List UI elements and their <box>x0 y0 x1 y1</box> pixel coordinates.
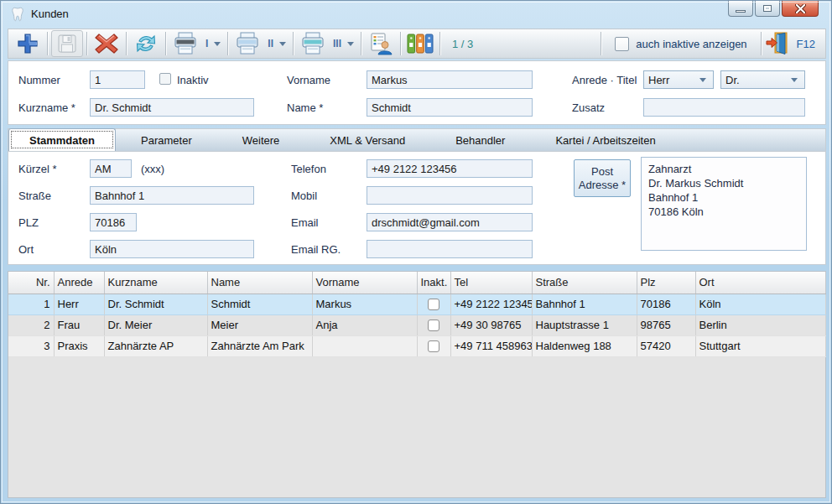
add-record-button[interactable] <box>12 30 44 57</box>
grid-cell-kurzname[interactable]: Zahnärzte AP <box>104 335 207 356</box>
grid-cell-nr[interactable]: 2 <box>8 314 54 335</box>
maximize-icon <box>763 5 772 12</box>
grid-cell-ort[interactable]: Berlin <box>695 314 825 335</box>
grid-cell-kurzname[interactable]: Dr. Schmidt <box>104 294 207 314</box>
tab-kartei-arbeitszeiten[interactable]: Kartei / Arbeitszeiten <box>530 129 680 151</box>
mobil-input[interactable] <box>367 186 533 205</box>
grid-cell-tel[interactable]: +49 2122 12345 <box>450 294 532 314</box>
print-1-dropdown-icon[interactable] <box>214 42 221 46</box>
titel-value: Dr. <box>725 74 740 86</box>
grid-cell-strasse[interactable]: Haldenweg 188 <box>532 335 637 356</box>
grid-column-header[interactable]: Kurzname <box>104 272 207 294</box>
row-inaktiv-checkbox[interactable] <box>428 320 439 331</box>
minimize-button[interactable] <box>728 1 753 17</box>
table-row[interactable]: 2FrauDr. MeierMeierAnja+49 30 98765Haupt… <box>8 314 825 335</box>
close-icon <box>795 4 806 13</box>
report-list-button[interactable] <box>365 30 397 57</box>
grid-column-header[interactable]: Inakt. <box>417 272 450 294</box>
kurzname-input[interactable] <box>90 98 254 117</box>
grid-cell-nr[interactable]: 1 <box>8 294 54 314</box>
print-3-dropdown-icon[interactable] <box>347 42 354 46</box>
grid-cell-plz[interactable]: 70186 <box>637 294 695 314</box>
grid-cell-plz[interactable]: 98765 <box>637 314 695 335</box>
grid-cell-strasse[interactable]: Hauptstrasse 1 <box>532 314 637 335</box>
anrede-select[interactable]: Herr <box>643 70 714 89</box>
tab-behandler[interactable]: Behandler <box>430 129 530 151</box>
grid-cell-name[interactable]: Meier <box>207 314 312 335</box>
grid-cell-nr[interactable]: 3 <box>8 335 54 356</box>
document-person-icon <box>368 32 393 55</box>
exit-door-icon <box>765 32 792 55</box>
title-bar[interactable]: Kunden <box>1 1 831 27</box>
grid-cell-ort[interactable]: Stuttgart <box>695 335 825 356</box>
grid-cell-vorname[interactable] <box>312 335 417 356</box>
grid-cell-tel[interactable]: +49 711 458963 <box>450 335 532 356</box>
nummer-label: Nummer <box>18 74 60 86</box>
strasse-input[interactable] <box>90 186 254 205</box>
telefon-input[interactable] <box>367 159 533 178</box>
kuerzel-input[interactable] <box>90 159 132 178</box>
zusatz-input[interactable] <box>643 98 805 117</box>
grid-cell-kurzname[interactable]: Dr. Meier <box>104 314 207 335</box>
vorname-input[interactable] <box>367 70 533 89</box>
maximize-button[interactable] <box>755 1 780 17</box>
grid-cell-inakt <box>417 294 450 314</box>
grid-column-header[interactable]: Nr. <box>8 272 54 294</box>
ort-input[interactable] <box>90 240 254 258</box>
exit-button[interactable]: F12 <box>765 30 822 57</box>
grid-column-header[interactable]: Vorname <box>312 272 417 294</box>
grid-column-header[interactable]: Ort <box>695 272 825 294</box>
grid-cell-anrede[interactable]: Praxis <box>54 335 104 356</box>
grid-column-header[interactable]: Anrede <box>54 272 104 294</box>
grid-cell-strasse[interactable]: Bahnhof 1 <box>532 294 637 314</box>
delete-record-button[interactable] <box>91 30 122 57</box>
plz-input[interactable] <box>90 213 137 231</box>
grid-cell-plz[interactable]: 57420 <box>637 335 695 356</box>
telefon-label: Telefon <box>291 163 326 175</box>
tab-xml-versand[interactable]: XML & Versand <box>304 129 430 151</box>
archive-button[interactable] <box>404 30 436 57</box>
app-window: Kunden <box>0 0 832 504</box>
binders-icon <box>406 33 434 55</box>
close-button[interactable] <box>782 1 819 17</box>
post-adresse-label-line1: Post <box>591 165 613 179</box>
print-2-dropdown-icon[interactable] <box>279 42 286 46</box>
table-row[interactable]: 3PraxisZahnärzte APZahnärzte Am Park+49 … <box>8 335 825 356</box>
grid-column-header[interactable]: Straße <box>532 272 637 294</box>
tab-weitere[interactable]: Weitere <box>217 129 305 151</box>
email-label: Email <box>291 216 319 229</box>
show-inactive-checkbox[interactable] <box>615 37 629 51</box>
grid-cell-name[interactable]: Zahnärzte Am Park <box>207 335 312 356</box>
name-input[interactable] <box>367 98 533 117</box>
print-1-button[interactable] <box>169 30 201 57</box>
print-2-button[interactable] <box>231 30 263 57</box>
grid-column-header[interactable]: Tel <box>450 272 532 294</box>
email-rg-input[interactable] <box>367 240 533 258</box>
titel-select[interactable]: Dr. <box>720 70 805 89</box>
grid-cell-anrede[interactable]: Frau <box>54 314 104 335</box>
table-row[interactable]: 1HerrDr. SchmidtSchmidtMarkus+49 2122 12… <box>8 294 825 314</box>
grid-column-header[interactable]: Name <box>207 272 312 294</box>
tab-stammdaten[interactable]: Stammdaten <box>8 128 116 151</box>
inaktiv-checkbox[interactable] <box>159 73 171 85</box>
grid-cell-vorname[interactable]: Anja <box>312 314 417 335</box>
row-inaktiv-checkbox[interactable] <box>428 299 439 310</box>
delete-x-icon <box>95 33 118 55</box>
grid-cell-name[interactable]: Schmidt <box>207 294 312 314</box>
email-input[interactable] <box>367 213 533 231</box>
print-3-button[interactable] <box>297 30 329 57</box>
tab-parameter[interactable]: Parameter <box>116 129 217 151</box>
tab-strip: StammdatenParameterWeitereXML & VersandB… <box>8 128 826 151</box>
save-button[interactable] <box>51 30 83 57</box>
tooth-icon <box>12 7 24 22</box>
grid-cell-vorname[interactable]: Markus <box>312 294 417 314</box>
grid-cell-tel[interactable]: +49 30 98765 <box>450 314 532 335</box>
row-inaktiv-checkbox[interactable] <box>428 340 439 352</box>
grid-cell-anrede[interactable]: Herr <box>54 294 104 314</box>
post-adresse-button[interactable]: Post Adresse * <box>574 159 631 197</box>
refresh-button[interactable] <box>130 30 162 57</box>
show-inactive-label: auch inaktive anzeigen <box>636 38 746 50</box>
grid-column-header[interactable]: Plz <box>637 272 695 294</box>
nummer-input[interactable] <box>90 70 145 89</box>
grid-cell-ort[interactable]: Köln <box>695 294 825 314</box>
